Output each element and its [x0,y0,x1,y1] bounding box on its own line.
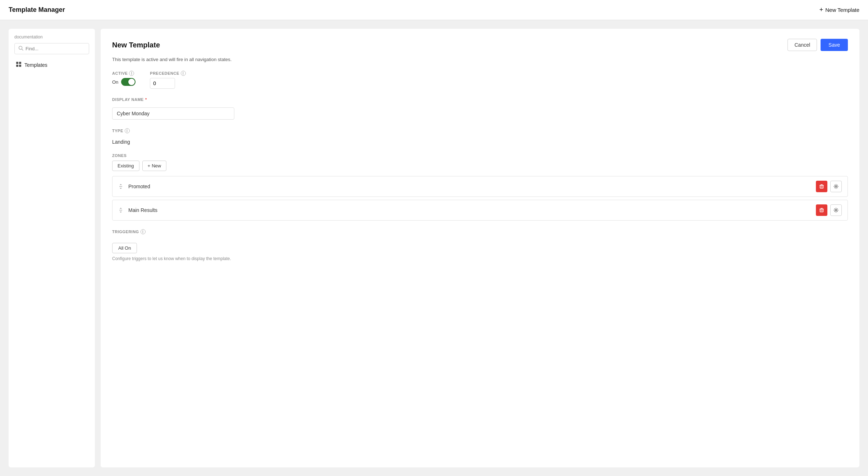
zones-label: ZONES [112,153,848,158]
svg-rect-2 [16,62,18,64]
zone-delete-main-results[interactable] [816,204,827,216]
toggle-container: On [112,78,136,86]
toggle-label: On [112,79,118,85]
svg-rect-15 [821,208,823,209]
drag-handle-promoted[interactable] [118,183,123,190]
active-info-icon[interactable]: i [129,71,134,76]
save-button[interactable]: Save [821,39,848,51]
svg-rect-3 [19,62,21,64]
type-label: TYPE i [112,128,848,133]
zone-row-promoted: Promoted [112,176,848,197]
info-text: This template is active and will fire in… [112,57,848,62]
grid-icon [16,61,22,68]
required-marker: * [145,97,147,102]
type-section: TYPE i Landing [112,128,848,145]
panel-title: New Template [112,41,160,49]
search-icon [18,46,23,52]
main-layout: documentation Templates [0,20,868,476]
zone-row-main-results: Main Results [112,200,848,221]
svg-rect-16 [820,209,823,212]
zones-new-button[interactable]: + New [142,161,167,171]
svg-line-1 [22,49,23,51]
panel-header: New Template Cancel Save [112,39,848,51]
active-toggle[interactable] [121,78,136,86]
type-value: Landing [112,139,848,145]
triggering-label: TRIGGERING i [112,229,848,234]
precedence-info-icon[interactable]: i [181,71,186,76]
zones-buttons: Existing + New [112,161,848,171]
triggering-info-icon[interactable]: i [141,229,146,234]
sidebar-item-label: Templates [24,62,47,68]
svg-rect-8 [821,184,823,185]
zones-new-plus-icon: + [148,163,151,168]
zone-config-main-results[interactable] [830,204,842,216]
display-name-section: DISPLAY NAME * [112,97,848,120]
svg-point-19 [835,209,837,211]
zone-actions-main-results [816,204,842,216]
triggering-section: TRIGGERING i All On Configure triggers t… [112,229,848,261]
svg-rect-4 [16,65,18,67]
zone-name-promoted: Promoted [128,184,816,189]
sidebar-item-templates[interactable]: Templates [14,59,89,70]
zone-actions-promoted [816,181,842,192]
svg-rect-9 [820,185,823,188]
all-on-button[interactable]: All On [112,243,137,253]
active-group: ACTIVE i On [112,71,136,89]
sidebar-section-label: documentation [14,34,89,40]
display-name-input[interactable] [112,107,234,120]
drag-handle-main-results[interactable] [118,207,123,213]
content-panel: New Template Cancel Save This template i… [101,29,859,467]
svg-point-12 [835,186,837,187]
topbar: Template Manager + New Template [0,0,868,20]
sidebar: documentation Templates [9,29,95,467]
search-input[interactable] [26,46,85,51]
new-template-button[interactable]: + New Template [819,6,859,14]
precedence-group: PRECEDENCE i [150,71,185,89]
active-label: ACTIVE i [112,71,136,76]
search-box [14,43,89,54]
cancel-button[interactable]: Cancel [787,39,817,51]
precedence-input[interactable] [150,78,175,89]
active-precedence-row: ACTIVE i On PRECEDENCE i [112,71,848,89]
toggle-thumb [128,79,135,85]
zones-section: ZONES Existing + New Promoted [112,153,848,221]
app-title: Template Manager [9,6,65,14]
zone-config-promoted[interactable] [830,181,842,192]
display-name-label: DISPLAY NAME * [112,97,848,102]
header-actions: Cancel Save [787,39,848,51]
zone-delete-promoted[interactable] [816,181,827,192]
plus-icon: + [819,6,823,14]
type-info-icon[interactable]: i [125,128,130,133]
zone-name-main-results: Main Results [128,207,816,213]
zones-existing-button[interactable]: Existing [112,161,139,171]
svg-rect-5 [19,65,21,67]
triggering-hint: Configure triggers to let us know when t… [112,256,848,261]
precedence-label: PRECEDENCE i [150,71,185,76]
